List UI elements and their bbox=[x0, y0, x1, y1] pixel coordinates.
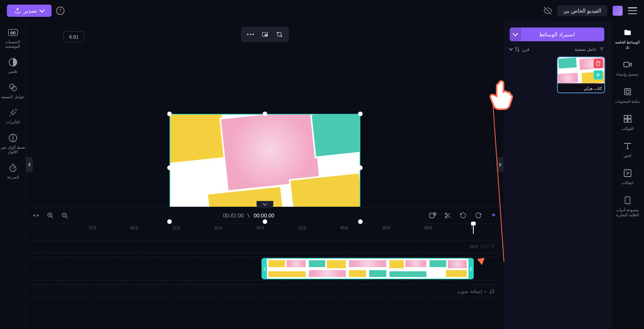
svg-rect-8 bbox=[625, 197, 630, 204]
properties-sidebar: CC التسميات التوضيحية تلاشي عوامل التصفي… bbox=[0, 21, 26, 329]
redo-icon[interactable] bbox=[474, 211, 483, 220]
import-dropdown[interactable] bbox=[510, 28, 521, 41]
delete-icon[interactable] bbox=[594, 59, 603, 68]
svg-text:CC: CC bbox=[10, 31, 16, 35]
media-panel: استيراد الوسائط عامل تصفية فرز + bbox=[504, 21, 610, 329]
resize-handle[interactable] bbox=[167, 165, 172, 170]
video-track[interactable]: || || bbox=[31, 257, 498, 280]
svg-point-27 bbox=[445, 216, 447, 218]
sidebar-item-record[interactable]: تسجيل وإنشاء bbox=[611, 60, 644, 77]
resize-handle[interactable] bbox=[358, 165, 363, 170]
top-bar: الفيديو الخاص بي ؟ تصدير bbox=[0, 0, 644, 21]
media-item-comic[interactable]: + كتاب هزلي bbox=[558, 57, 604, 92]
resize-handle[interactable] bbox=[358, 112, 363, 116]
prop-filters[interactable]: عوامل التصفية bbox=[1, 83, 24, 99]
resize-handle[interactable] bbox=[358, 219, 363, 224]
svg-rect-5 bbox=[624, 119, 627, 122]
undo-icon[interactable] bbox=[458, 211, 468, 220]
prop-effects[interactable]: التأثيرات bbox=[6, 108, 20, 125]
svg-rect-3 bbox=[624, 115, 627, 118]
magic-icon[interactable] bbox=[489, 211, 498, 220]
collapse-timeline-handle[interactable] bbox=[257, 201, 273, 208]
playhead[interactable] bbox=[473, 224, 474, 234]
svg-point-14 bbox=[247, 34, 249, 35]
media-item-label: كتاب هزلي bbox=[558, 84, 604, 92]
crop-icon[interactable] bbox=[274, 29, 285, 39]
help-button[interactable]: ؟ bbox=[56, 6, 65, 15]
svg-rect-2 bbox=[626, 90, 629, 93]
resize-handle[interactable] bbox=[263, 112, 267, 116]
primary-sidebar: الوسائط الخاصة بك تسجيل وإنشاء مكتبة الم… bbox=[610, 21, 644, 329]
svg-rect-7 bbox=[624, 170, 631, 177]
app-logo bbox=[613, 6, 623, 16]
svg-point-26 bbox=[445, 213, 447, 215]
aspect-ratio-button[interactable]: 16:9 bbox=[63, 31, 84, 42]
audio-track[interactable]: + إضافة صوت bbox=[31, 284, 498, 298]
sidebar-item-transitions[interactable]: انتقالات bbox=[611, 168, 644, 185]
chevron-down-icon bbox=[39, 7, 45, 13]
text-track[interactable]: T Abb text bbox=[31, 241, 498, 253]
svg-rect-6 bbox=[628, 119, 631, 122]
sidebar-item-your-media[interactable]: الوسائط الخاصة بك bbox=[611, 28, 644, 50]
menu-button[interactable] bbox=[628, 7, 637, 14]
sidebar-item-templates[interactable]: القوالب bbox=[611, 114, 644, 131]
resize-handle[interactable] bbox=[263, 219, 267, 224]
text-icon: T bbox=[491, 243, 494, 249]
collapse-props-panel[interactable] bbox=[26, 157, 33, 172]
export-button[interactable]: تصدير bbox=[7, 5, 52, 17]
prop-colors[interactable]: ضبط ألوان نص الألوان bbox=[0, 133, 26, 154]
prop-fade[interactable]: تلاشي bbox=[8, 57, 18, 74]
resize-handle[interactable] bbox=[167, 112, 172, 116]
add-icon[interactable]: + bbox=[594, 70, 603, 79]
zoom-out-icon[interactable] bbox=[60, 211, 69, 220]
timeline-timecode: 00:00.00 \ 00:15.00 bbox=[223, 212, 274, 219]
svg-rect-4 bbox=[628, 115, 631, 118]
svg-line-31 bbox=[66, 216, 68, 218]
clip-handle-left[interactable]: || bbox=[262, 259, 267, 279]
svg-point-15 bbox=[250, 34, 251, 35]
pip-icon[interactable] bbox=[259, 29, 271, 39]
filter-button[interactable]: عامل تصفية bbox=[575, 47, 604, 52]
music-icon bbox=[489, 289, 494, 294]
import-media-button[interactable]: استيراد الوسائط bbox=[510, 28, 604, 41]
prop-speed[interactable]: السرعة bbox=[7, 163, 19, 180]
sidebar-item-text[interactable]: النص bbox=[611, 141, 644, 158]
collapse-media-panel[interactable] bbox=[497, 157, 504, 172]
prop-captions[interactable]: CC التسميات التوضيحية bbox=[0, 28, 26, 49]
sidebar-item-brand-kit[interactable]: مجموعة أدوات العلامة التجارية bbox=[611, 195, 644, 217]
resize-handle[interactable] bbox=[167, 219, 172, 224]
add-media-icon[interactable] bbox=[428, 211, 437, 220]
zoom-in-icon[interactable] bbox=[46, 211, 55, 220]
timeline: 00:00.00 \ 00:15.00 0 0:03 0:06 0:09 0:1… bbox=[26, 207, 504, 329]
project-title-input[interactable]: الفيديو الخاص بي bbox=[557, 5, 607, 16]
more-icon[interactable] bbox=[245, 29, 256, 39]
preview-toolbar bbox=[241, 27, 289, 42]
upload-icon bbox=[15, 8, 21, 14]
split-icon[interactable] bbox=[443, 211, 452, 220]
svg-line-34 bbox=[51, 216, 53, 218]
visibility-icon[interactable] bbox=[544, 6, 552, 15]
svg-rect-0 bbox=[624, 62, 629, 67]
clip-handle-right[interactable]: || bbox=[468, 259, 473, 279]
timeline-ruler[interactable]: 0 0:03 0:06 0:09 0:12 0:15 0:18 0:21 0:2… bbox=[26, 224, 504, 234]
svg-rect-13 bbox=[265, 34, 267, 36]
svg-rect-1 bbox=[625, 89, 631, 95]
video-clip[interactable]: || || bbox=[261, 258, 474, 279]
sidebar-item-content-library[interactable]: مكتبة المحتويات bbox=[611, 87, 644, 104]
zoom-fit-icon[interactable] bbox=[31, 211, 40, 220]
svg-point-16 bbox=[252, 34, 254, 35]
sort-button[interactable]: فرز bbox=[510, 47, 529, 52]
